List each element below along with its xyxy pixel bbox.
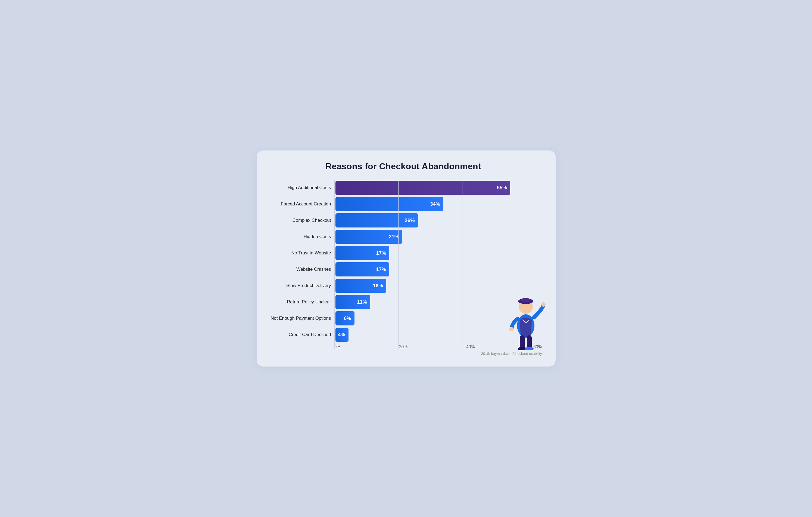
- bar-fill: 17%: [336, 262, 389, 276]
- bar-label: Credit Card Declined: [270, 332, 336, 337]
- bar-row: Not Enough Payment Options6%: [270, 311, 542, 326]
- bar-row: Return Policy Unclear11%: [270, 294, 542, 310]
- bar-label: Slow Product Delivery: [270, 283, 336, 289]
- bar-row: Hidden Costs21%: [270, 229, 542, 244]
- bar-label: Return Policy Unclear: [270, 299, 336, 305]
- bar-track: 34%: [336, 197, 542, 211]
- bar-track: 17%: [336, 262, 542, 276]
- bar-label: No Trust in Website: [270, 250, 336, 256]
- bar-fill: 21%: [336, 230, 402, 244]
- bar-value: 26%: [405, 217, 415, 223]
- bar-row: Complex Checkout26%: [270, 213, 542, 228]
- bar-track: 11%: [336, 295, 542, 309]
- bar-value: 11%: [357, 299, 367, 305]
- bar-label: Not Enough Payment Options: [270, 316, 336, 321]
- bar-value: 6%: [344, 316, 351, 321]
- x-axis-label: 0%: [335, 345, 341, 349]
- bar-fill: 26%: [336, 213, 418, 227]
- bar-track: 4%: [336, 328, 542, 342]
- chart-wrapper: High Additional Costs55%Forced Account C…: [265, 180, 542, 349]
- bar-track: 17%: [336, 246, 542, 260]
- bar-fill: 17%: [336, 246, 389, 260]
- bar-row: Credit Card Declined4%: [270, 327, 542, 342]
- bar-value: 17%: [376, 266, 386, 272]
- chart-area: High Additional Costs55%Forced Account C…: [270, 180, 542, 344]
- x-axis-wrapper: 0%20%40%60%: [335, 345, 542, 349]
- bar-label: Hidden Costs: [270, 234, 336, 240]
- bar-value: 16%: [373, 283, 383, 289]
- x-axis-labels: 0%20%40%60%: [335, 345, 542, 349]
- bar-label: Forced Account Creation: [270, 201, 336, 207]
- bar-fill: 6%: [336, 311, 354, 325]
- bar-value: 34%: [430, 201, 440, 207]
- bar-track: 26%: [336, 213, 542, 227]
- bar-track: 16%: [336, 279, 542, 293]
- bar-row: Slow Product Delivery16%: [270, 278, 542, 293]
- bar-fill: 11%: [336, 295, 371, 309]
- bar-value: 21%: [389, 234, 399, 240]
- bar-value: 55%: [497, 185, 507, 191]
- bar-value: 4%: [338, 332, 345, 338]
- bar-label: Website Crashes: [270, 267, 336, 272]
- bar-track: 21%: [336, 230, 542, 244]
- x-axis-label: 60%: [533, 345, 542, 349]
- bar-fill: 34%: [336, 197, 444, 211]
- bar-fill: 4%: [336, 328, 348, 342]
- source-citation: 2018: baymard.com/checkout-usability: [265, 352, 542, 356]
- bar-fill: 55%: [336, 181, 510, 195]
- x-axis-label: 40%: [466, 345, 475, 349]
- x-axis-label: 20%: [399, 345, 407, 349]
- bar-fill: 16%: [336, 279, 386, 293]
- bar-row: Website Crashes17%: [270, 262, 542, 277]
- bar-label: Complex Checkout: [270, 218, 336, 223]
- chart-card: Reasons for Checkout Abandonment High Ad…: [257, 151, 556, 366]
- bar-track: 6%: [336, 311, 542, 325]
- chart-title: Reasons for Checkout Abandonment: [265, 161, 542, 171]
- bar-row: No Trust in Website17%: [270, 245, 542, 261]
- bar-row: High Additional Costs55%: [270, 180, 542, 195]
- bar-label: High Additional Costs: [270, 185, 336, 190]
- bar-row: Forced Account Creation34%: [270, 196, 542, 212]
- bar-value: 17%: [376, 250, 386, 256]
- bar-track: 55%: [336, 181, 542, 195]
